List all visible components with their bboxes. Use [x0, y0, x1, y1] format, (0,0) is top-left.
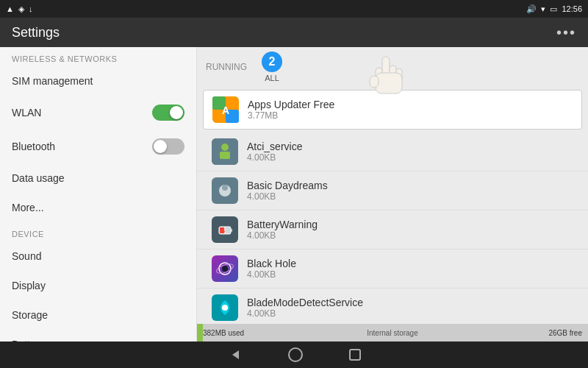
sim-label: SIM management	[12, 75, 93, 87]
app-size-5: 4.00KB	[247, 308, 573, 319]
app-icon-black-hole	[212, 255, 238, 282]
home-button[interactable]	[287, 347, 304, 363]
app-name-1: Atci_service	[247, 141, 573, 152]
status-icon-1: ▲	[6, 4, 14, 13]
app-icon-apps-updater: A	[212, 96, 239, 123]
app-item-4[interactable]: Black Hole 4.00KB	[197, 250, 588, 289]
status-icon-3: ↓	[29, 4, 33, 13]
sidebar-item-more[interactable]: More...	[0, 193, 196, 222]
status-bar-right: 🔊 ▾ ▭ 12:56	[526, 4, 582, 14]
app-icon-basic-daydreams	[212, 177, 238, 204]
app-info-3: BatteryWarning 4.00KB	[247, 219, 573, 241]
back-button[interactable]	[226, 346, 243, 364]
app-info-2: Basic Daydreams 4.00KB	[247, 180, 573, 202]
sidebar-item-sim[interactable]: SIM management	[0, 66, 196, 96]
svg-text:!: !	[223, 227, 226, 235]
bluetooth-label: Bluetooth	[12, 141, 55, 152]
app-name-3: BatteryWarning	[247, 219, 573, 230]
sidebar-item-sound[interactable]: Sound	[0, 241, 196, 271]
app-name-5: BladeModeDetectService	[247, 297, 573, 308]
svg-marker-32	[232, 350, 239, 359]
sidebar-item-wlan[interactable]: WLAN	[0, 96, 196, 130]
battery-icon: ▭	[550, 4, 557, 14]
svg-point-5	[221, 144, 229, 151]
storage-bar: 382MB used Internal storage 26GB free	[197, 324, 588, 342]
sidebar: WIRELESS & NETWORKS SIM management WLAN …	[0, 47, 197, 342]
nav-bar	[0, 342, 588, 368]
battery-label: Battery	[12, 339, 44, 342]
app-size-1: 4.00KB	[247, 152, 573, 163]
app-item-3[interactable]: ! BatteryWarning 4.00KB	[197, 210, 588, 250]
svg-point-17	[222, 266, 228, 272]
svg-point-33	[289, 348, 302, 361]
tab-all[interactable]: 2 ALL	[262, 52, 282, 82]
storage-bar-used-fill	[197, 324, 203, 342]
sidebar-item-display[interactable]: Display	[0, 271, 196, 300]
storage-used-label: 382MB used	[203, 329, 244, 337]
status-icon-2: ◈	[18, 4, 24, 14]
page-title: Settings	[12, 25, 60, 40]
wlan-label: WLAN	[12, 107, 41, 118]
app-item-5[interactable]: BladeModeDetectService 4.00KB	[197, 289, 588, 324]
storage-name-label: Internal storage	[367, 329, 418, 337]
app-item-0[interactable]: A Apps Updater Free 3.77MB	[203, 90, 582, 130]
data-usage-label: Data usage	[12, 172, 65, 184]
main-layout: WIRELESS & NETWORKS SIM management WLAN …	[0, 47, 588, 342]
app-name-4: Black Hole	[247, 258, 573, 269]
clock: 12:56	[562, 4, 582, 13]
svg-point-20	[222, 305, 228, 311]
app-icon-battery-warning: !	[212, 216, 238, 243]
wlan-toggle-knob	[170, 106, 183, 119]
tab-all-badge: 2	[262, 52, 282, 72]
overflow-menu-button[interactable]: •••	[556, 24, 576, 41]
app-size-4: 4.00KB	[247, 269, 573, 280]
app-icon-atci	[212, 138, 238, 165]
title-bar: Settings •••	[0, 18, 588, 47]
content-area: RUNNING 2 ALL A Apps Updater	[197, 47, 588, 342]
svg-rect-6	[220, 152, 230, 159]
section-header-device: DEVICE	[0, 222, 196, 241]
app-info-4: Black Hole 4.00KB	[247, 258, 573, 280]
svg-rect-34	[350, 350, 360, 360]
bluetooth-toggle-knob	[154, 140, 167, 153]
svg-text:A: A	[222, 105, 229, 116]
app-size-3: 4.00KB	[247, 230, 573, 241]
bluetooth-toggle[interactable]	[152, 138, 184, 155]
recents-button[interactable]	[348, 347, 362, 362]
app-size-2: 4.00KB	[247, 191, 573, 202]
svg-point-9	[222, 185, 228, 191]
app-size-0: 3.77MB	[248, 110, 573, 121]
app-list: A Apps Updater Free 3.77MB	[197, 87, 588, 324]
sidebar-item-bluetooth[interactable]: Bluetooth	[0, 130, 196, 163]
app-name-2: Basic Daydreams	[247, 180, 573, 191]
status-bar: ▲ ◈ ↓ 🔊 ▾ ▭ 12:56	[0, 0, 588, 18]
more-label: More...	[12, 202, 44, 213]
app-item-2[interactable]: Basic Daydreams 4.00KB	[197, 171, 588, 210]
wifi-icon: ▾	[541, 4, 545, 14]
tab-all-label: ALL	[265, 74, 279, 82]
storage-free-label: 26GB free	[548, 329, 582, 337]
section-header-wireless: WIRELESS & NETWORKS	[0, 47, 196, 66]
sound-label: Sound	[12, 250, 41, 262]
tab-running[interactable]: RUNNING	[206, 62, 247, 72]
wlan-toggle[interactable]	[152, 105, 184, 121]
sidebar-item-storage[interactable]: Storage	[0, 300, 196, 330]
app-info-0: Apps Updater Free 3.77MB	[248, 99, 573, 121]
app-info-5: BladeModeDetectService 4.00KB	[247, 297, 573, 319]
apps-header: RUNNING 2 ALL	[197, 47, 588, 87]
volume-icon: 🔊	[526, 4, 537, 14]
app-icon-blade	[212, 294, 238, 321]
status-bar-left: ▲ ◈ ↓	[6, 4, 32, 14]
sidebar-item-data-usage[interactable]: Data usage	[0, 163, 196, 193]
svg-rect-12	[231, 229, 232, 232]
app-name-0: Apps Updater Free	[248, 99, 573, 110]
display-label: Display	[12, 280, 46, 291]
sidebar-item-battery[interactable]: Battery	[0, 330, 196, 342]
app-item-1[interactable]: Atci_service 4.00KB	[197, 132, 588, 171]
storage-label: Storage	[12, 309, 48, 321]
app-info-1: Atci_service 4.00KB	[247, 141, 573, 163]
